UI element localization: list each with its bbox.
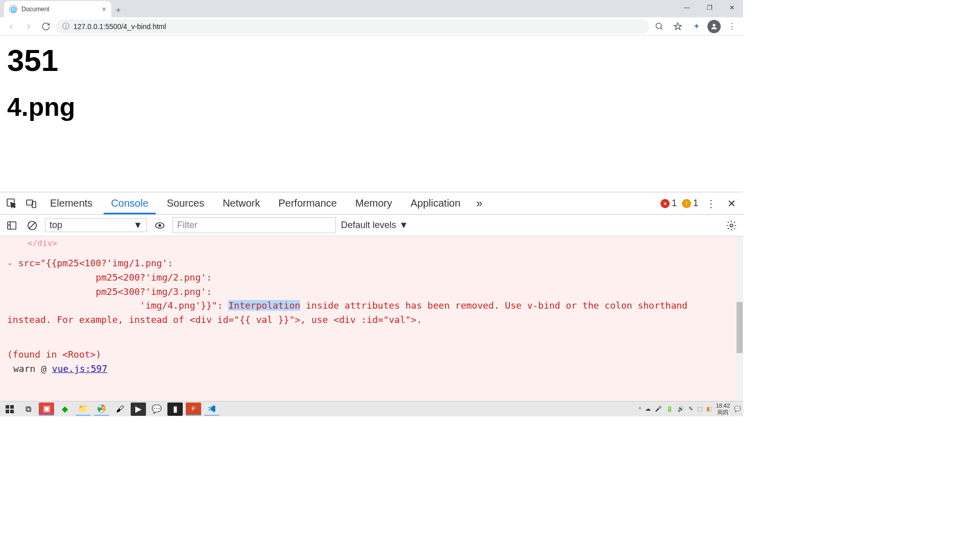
- svg-point-1: [713, 23, 715, 26]
- clear-console-icon[interactable]: [24, 218, 40, 233]
- tray-battery-icon[interactable]: 🔋: [666, 406, 673, 412]
- forward-button[interactable]: [21, 19, 36, 34]
- warning-count: 1: [693, 198, 698, 209]
- new-tab-button[interactable]: +: [111, 3, 126, 17]
- device-toggle-icon[interactable]: [23, 196, 39, 211]
- clock[interactable]: 18:42 周四: [716, 403, 730, 415]
- console-settings-icon[interactable]: [724, 218, 739, 233]
- globe-icon: 🌐: [9, 5, 17, 13]
- notifications-icon[interactable]: 💬: [734, 406, 741, 412]
- svg-rect-10: [6, 405, 9, 409]
- devtools-panel: Elements Console Sources Network Perform…: [0, 192, 743, 401]
- system-tray: ^ ☁ 🎤 🔋 🔊 ✎ ⬚ ◧ 18:42 周四 💬: [639, 403, 741, 415]
- tab-elements[interactable]: Elements: [43, 193, 100, 214]
- scrollbar[interactable]: [736, 236, 743, 401]
- browser-tab-strip: 🌐 Document × + — ❐ ✕: [0, 0, 743, 17]
- console-line: - src="{{pm25<100?'img/1.png':: [7, 256, 736, 270]
- tab-application[interactable]: Application: [403, 193, 468, 214]
- svg-rect-12: [6, 410, 9, 413]
- devtools-menu-icon[interactable]: ⋮: [703, 196, 719, 211]
- console-line: pm25<300?'img/3.png':: [7, 285, 736, 299]
- console-line: 'img/4.png'}}": Interpolation inside att…: [7, 298, 736, 327]
- minimize-button[interactable]: —: [676, 0, 698, 15]
- tab-memory[interactable]: Memory: [348, 193, 399, 214]
- context-selector[interactable]: top ▼: [45, 218, 147, 232]
- tray-chevron-icon[interactable]: ^: [639, 406, 641, 412]
- browser-tab[interactable]: 🌐 Document ×: [4, 1, 111, 17]
- error-count: 1: [672, 198, 677, 209]
- windows-taskbar: ⧉ ▣ ◆ 📁 🖌 ▶ 💬 ▮ P ^ ☁ 🎤 🔋 🔊 ✎ ⬚ ◧ 18:42 …: [0, 401, 743, 416]
- url-text: 127.0.0.1:5500/4_v-bind.html: [74, 22, 166, 31]
- svg-point-8: [158, 224, 161, 227]
- taskbar-file-explorer[interactable]: 📁: [76, 403, 91, 416]
- reload-button[interactable]: [39, 19, 53, 34]
- tray-app-icon[interactable]: ⬚: [697, 406, 702, 412]
- console-trace-line: warn @ vue.js:597: [7, 362, 736, 376]
- scrollbar-thumb[interactable]: [737, 302, 743, 353]
- taskbar-app[interactable]: ▣: [39, 403, 54, 416]
- log-levels-selector[interactable]: Default levels ▼: [341, 220, 408, 231]
- svg-point-0: [656, 23, 662, 29]
- error-badge[interactable]: × 1: [660, 198, 677, 209]
- warning-icon: [682, 199, 691, 208]
- highlighted-text: Interpolation: [228, 300, 300, 311]
- tab-title: Document: [21, 6, 50, 13]
- more-tabs-icon[interactable]: »: [472, 196, 487, 211]
- close-window-button[interactable]: ✕: [721, 0, 743, 15]
- page-content: 351 4.png: [0, 36, 743, 189]
- tab-console[interactable]: Console: [104, 193, 155, 214]
- filter-input[interactable]: Filter: [173, 217, 336, 233]
- browser-menu-button[interactable]: ⋮: [725, 19, 739, 34]
- zoom-icon[interactable]: [652, 19, 667, 34]
- console-toolbar: top ▼ Filter Default levels ▼: [0, 215, 743, 236]
- tab-network[interactable]: Network: [215, 193, 267, 214]
- tray-app-icon[interactable]: ◧: [706, 406, 712, 412]
- taskbar-app[interactable]: ▶: [131, 403, 146, 416]
- inspect-icon[interactable]: [4, 196, 19, 211]
- svg-point-9: [730, 224, 733, 227]
- taskbar-powerpoint[interactable]: P: [186, 403, 201, 416]
- start-button[interactable]: [2, 403, 17, 416]
- extension-icon[interactable]: ✦: [689, 19, 703, 34]
- svg-rect-13: [10, 410, 14, 413]
- maximize-button[interactable]: ❐: [698, 0, 721, 15]
- tab-close-icon[interactable]: ×: [102, 5, 106, 13]
- taskbar-app[interactable]: 🖌: [112, 403, 128, 416]
- tray-app-icon[interactable]: ✎: [689, 406, 693, 412]
- console-line: </div>: [7, 237, 736, 250]
- console-line: pm25<200?'img/2.png':: [7, 270, 736, 285]
- warning-badge[interactable]: 1: [682, 198, 698, 209]
- taskbar-wechat[interactable]: 💬: [149, 403, 164, 416]
- devtools-tabs: Elements Console Sources Network Perform…: [0, 192, 743, 215]
- levels-label: Default levels: [341, 220, 396, 231]
- back-button[interactable]: [4, 19, 18, 34]
- taskbar-chrome[interactable]: [94, 403, 109, 416]
- tray-cloud-icon[interactable]: ☁: [645, 406, 651, 412]
- console-output[interactable]: </div> - src="{{pm25<100?'img/1.png': pm…: [0, 236, 743, 401]
- context-value: top: [50, 220, 62, 231]
- taskbar-vscode[interactable]: [204, 403, 219, 416]
- dropdown-arrow-icon: ▼: [399, 220, 408, 231]
- svg-rect-11: [10, 405, 14, 409]
- profile-avatar[interactable]: [707, 20, 721, 33]
- page-heading-2: 4.png: [7, 92, 736, 122]
- tab-sources[interactable]: Sources: [160, 193, 211, 214]
- devtools-close-icon[interactable]: ✕: [724, 196, 739, 211]
- site-info-icon[interactable]: ⓘ: [62, 22, 69, 31]
- live-expression-icon[interactable]: [152, 218, 167, 233]
- tray-mic-icon[interactable]: 🎤: [655, 406, 662, 412]
- console-found-line: (found in <Root>): [7, 347, 736, 362]
- source-link[interactable]: vue.js:597: [52, 363, 107, 374]
- taskbar-terminal[interactable]: ▮: [167, 403, 183, 416]
- page-heading-1: 351: [7, 43, 736, 78]
- task-view-button[interactable]: ⧉: [20, 403, 36, 416]
- url-input[interactable]: ⓘ 127.0.0.1:5500/4_v-bind.html: [56, 19, 649, 34]
- taskbar-app[interactable]: ◆: [57, 403, 72, 416]
- address-bar: ⓘ 127.0.0.1:5500/4_v-bind.html ✦ ⋮: [0, 17, 743, 36]
- dropdown-arrow-icon: ▼: [133, 220, 142, 231]
- bookmark-icon[interactable]: [671, 19, 685, 34]
- window-controls: — ❐ ✕: [676, 0, 743, 15]
- console-sidebar-toggle[interactable]: [4, 218, 19, 233]
- tray-volume-icon[interactable]: 🔊: [677, 406, 684, 412]
- tab-performance[interactable]: Performance: [272, 193, 345, 214]
